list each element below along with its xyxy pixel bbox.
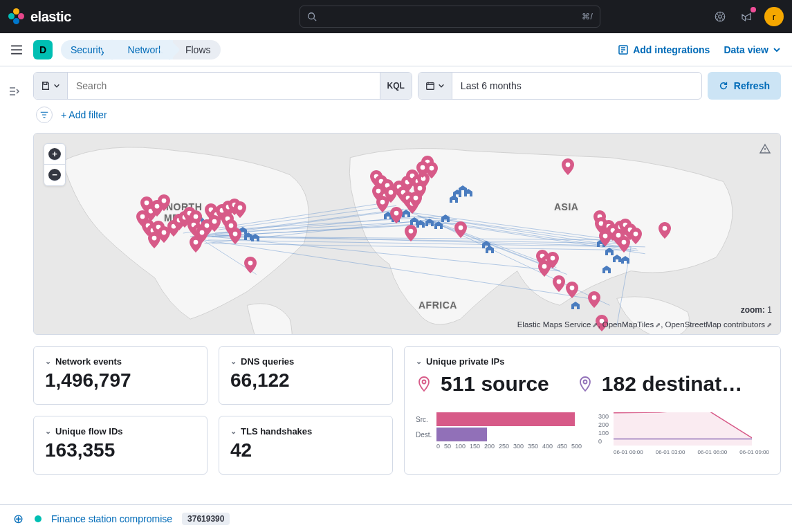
source-pin[interactable]	[659, 226, 671, 239]
chevron-down-icon[interactable]: ⌄	[45, 357, 51, 366]
unique-flow-ids-card: ⌄Unique flow IDs 163,355	[33, 416, 208, 475]
destination-marker[interactable]	[463, 187, 474, 198]
source-pin[interactable]	[158, 199, 170, 211]
network-map[interactable]: + − NORTH MERICA ASIA AFRICA zoom: 1 Ela…	[33, 133, 781, 335]
source-pin[interactable]	[190, 240, 202, 253]
source-pin[interactable]	[454, 226, 467, 238]
dest-ip-label: destinat…	[642, 372, 742, 395]
zoom-indicator: zoom: 1	[741, 305, 772, 315]
quick-select-button[interactable]	[418, 73, 452, 99]
search-shortcut: ⌘/	[582, 12, 592, 21]
add-integrations-button[interactable]: Add integrations	[618, 44, 710, 55]
chevron-down-icon[interactable]: ⌄	[45, 427, 51, 436]
saved-query-button[interactable]	[34, 73, 68, 99]
data-view-selector[interactable]: Data view	[724, 44, 781, 55]
svg-point-97	[603, 234, 608, 239]
collapsed-side-nav[interactable]	[0, 66, 28, 504]
breadcrumbs: Security Network Flows	[61, 40, 221, 59]
space-selector[interactable]: D	[33, 40, 53, 59]
time-range-display[interactable]: Last 6 months	[452, 73, 701, 99]
attrib-ems[interactable]: Elastic Maps Service⬈	[517, 320, 598, 329]
destination-pin-icon	[577, 376, 593, 392]
svg-point-43	[162, 230, 167, 235]
attrib-omt[interactable]: OpenMapTiles⬈	[602, 320, 661, 329]
source-pin[interactable]	[390, 211, 403, 223]
elastic-logo[interactable]: elastic	[8, 8, 71, 25]
destination-marker[interactable]	[620, 254, 631, 265]
map-attribution: Elastic Maps Service⬈, OpenMapTiles⬈, Op…	[517, 320, 772, 329]
source-pin[interactable]	[234, 205, 246, 218]
indexing-icon	[618, 44, 629, 55]
kql-search-box: KQL	[33, 72, 412, 100]
filter-menu-button[interactable]	[36, 107, 53, 123]
elastic-logo-mark	[8, 8, 25, 25]
chevron-down-icon[interactable]: ⌄	[416, 357, 422, 366]
zoom-in-button[interactable]: +	[44, 144, 65, 165]
query-language-switcher[interactable]: KQL	[380, 73, 412, 99]
chevron-down-icon[interactable]: ⌄	[230, 427, 237, 436]
search-icon	[307, 12, 317, 21]
source-pin[interactable]	[409, 196, 422, 208]
svg-line-17	[208, 240, 631, 247]
svg-point-0	[308, 13, 315, 19]
breadcrumb-network[interactable]: Network	[116, 40, 173, 59]
source-pin[interactable]	[629, 232, 642, 244]
svg-point-99	[622, 240, 627, 245]
source-pin[interactable]	[588, 295, 600, 308]
source-pin[interactable]	[538, 264, 551, 277]
global-header: elastic ⌘/ r	[0, 0, 792, 33]
user-avatar[interactable]: r	[764, 7, 784, 26]
source-pin[interactable]	[244, 261, 257, 273]
source-pin[interactable]	[425, 166, 438, 178]
breadcrumb-security[interactable]: Security	[61, 40, 116, 59]
refresh-button[interactable]: Refresh	[708, 72, 781, 100]
dns-queries-card: ⌄DNS queries 66,122	[219, 346, 393, 405]
nav-toggle-button[interactable]	[0, 44, 33, 56]
source-pin-icon	[416, 376, 432, 392]
dest-ip-count: 182	[602, 372, 636, 395]
timeline-name[interactable]: Finance station compromise	[51, 513, 172, 524]
svg-point-82	[394, 211, 399, 216]
brand-text: elastic	[30, 9, 71, 25]
map-warning-icon[interactable]	[759, 143, 771, 156]
svg-point-83	[409, 229, 414, 234]
help-icon[interactable]	[712, 8, 728, 25]
svg-point-109	[423, 380, 426, 384]
attrib-osm[interactable]: OpenStreetMap contributors⬈	[665, 320, 772, 329]
chevron-down-icon[interactable]: ⌄	[230, 357, 237, 366]
card-title: DNS queries	[241, 356, 294, 367]
svg-point-87	[459, 226, 463, 230]
destination-marker[interactable]	[570, 300, 581, 311]
destination-marker[interactable]	[250, 232, 261, 243]
source-pin[interactable]	[229, 232, 241, 244]
zoom-out-button[interactable]: −	[44, 165, 65, 185]
svg-point-106	[592, 295, 597, 300]
source-pin[interactable]	[376, 200, 389, 212]
source-pin[interactable]	[618, 240, 630, 253]
source-pin[interactable]	[566, 286, 578, 298]
svg-point-59	[233, 232, 238, 237]
destination-marker[interactable]	[601, 264, 612, 275]
svg-point-42	[152, 236, 157, 241]
add-timeline-button[interactable]: ⊕	[11, 511, 25, 526]
query-input[interactable]	[68, 73, 380, 99]
source-pin[interactable]	[405, 229, 417, 241]
newsfeed-icon[interactable]	[738, 8, 755, 25]
source-ip-label: source	[481, 372, 549, 395]
svg-point-102	[551, 256, 555, 261]
add-filter-button[interactable]: + Add filter	[61, 109, 107, 120]
save-icon	[41, 81, 50, 91]
notification-dot	[750, 7, 756, 12]
destination-marker[interactable]	[440, 212, 451, 223]
svg-point-38	[140, 214, 145, 219]
source-pin[interactable]	[599, 234, 611, 246]
destination-marker[interactable]	[484, 244, 495, 255]
svg-point-63	[194, 240, 199, 245]
source-pin[interactable]	[562, 163, 574, 175]
svg-point-2	[719, 15, 722, 19]
global-search-input[interactable]: ⌘/	[300, 6, 600, 28]
source-pin[interactable]	[553, 279, 565, 292]
svg-point-76	[418, 186, 423, 191]
timeline-bottom-bar[interactable]: ⊕ Finance station compromise 37619390	[0, 504, 792, 532]
timeline-record-count: 37619390	[182, 513, 230, 525]
